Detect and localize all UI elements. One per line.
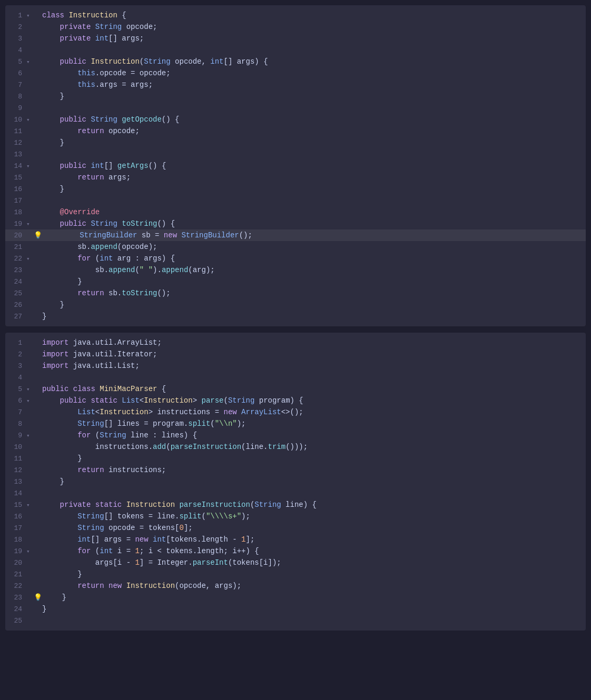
code-segment: split bbox=[179, 512, 201, 521]
code-segment: { bbox=[117, 11, 126, 19]
line-number: 6 bbox=[9, 397, 22, 405]
code-line: 23 💡 } bbox=[5, 592, 586, 603]
code-segment: int bbox=[100, 254, 113, 263]
code-segment: new bbox=[164, 231, 182, 239]
code-content: StringBuilder sb = new StringBuilder(); bbox=[44, 231, 252, 239]
code-segment: opcode; bbox=[109, 127, 140, 135]
code-segment: return bbox=[77, 173, 109, 182]
line-number: 23 bbox=[9, 594, 22, 602]
code-segment: i = bbox=[113, 547, 135, 555]
code-content: class Instruction { bbox=[42, 11, 126, 19]
code-segment: return new bbox=[77, 582, 126, 590]
fold-arrow[interactable]: ▾ bbox=[26, 548, 33, 555]
code-line: 16 } bbox=[5, 183, 586, 195]
code-line: 25 return sb.toString(); bbox=[5, 287, 586, 299]
line-number: 18 bbox=[9, 536, 22, 544]
code-segment: ; i < tokens.length; i++) { bbox=[140, 547, 259, 555]
fold-arrow[interactable]: ▾ bbox=[26, 116, 33, 123]
code-segment: .args = args; bbox=[95, 81, 153, 89]
code-segment: append bbox=[91, 243, 117, 251]
code-segment: getOpcode bbox=[122, 115, 162, 124]
code-content: private String opcode; bbox=[42, 23, 157, 31]
code-segment: String bbox=[254, 501, 281, 509]
bulb-icon[interactable]: 💡 bbox=[34, 593, 42, 602]
code-segment: StringBuilder bbox=[181, 231, 239, 239]
code-segment: instructions. bbox=[42, 443, 153, 451]
fold-arrow[interactable]: ▾ bbox=[26, 221, 33, 227]
code-content: return opcode; bbox=[42, 127, 140, 135]
line-number: 26 bbox=[9, 301, 22, 309]
code-segment: ())); bbox=[285, 443, 308, 451]
code-line: 12 } bbox=[5, 137, 586, 148]
code-content: List<Instruction> instructions = new Arr… bbox=[42, 408, 303, 416]
line-number: 19 bbox=[9, 220, 22, 228]
fold-arrow[interactable]: ▾ bbox=[26, 502, 33, 508]
line-number: 19 bbox=[9, 547, 22, 555]
line-number: 12 bbox=[9, 466, 22, 474]
code-segment: ] = Integer. bbox=[140, 558, 193, 567]
code-segment bbox=[42, 115, 60, 124]
fold-arrow[interactable]: ▾ bbox=[26, 255, 33, 262]
code-segment: line) { bbox=[281, 501, 317, 509]
code-segment: (opcode); bbox=[117, 243, 157, 251]
code-line: 18 int[] args = new int[tokens.length - … bbox=[5, 534, 586, 545]
code-segment bbox=[42, 431, 77, 439]
code-segment: parse bbox=[201, 396, 223, 405]
code-segment bbox=[42, 582, 77, 590]
code-line: 21 sb.append(opcode); bbox=[5, 241, 586, 253]
line-number: 21 bbox=[9, 571, 22, 578]
code-segment: @Override bbox=[60, 208, 100, 216]
code-segment: for bbox=[77, 547, 95, 555]
code-segment: } bbox=[44, 593, 66, 602]
code-segment: ( bbox=[95, 547, 100, 555]
code-segment bbox=[42, 57, 60, 66]
code-content: } bbox=[42, 185, 64, 193]
code-segment: ( bbox=[166, 443, 170, 451]
code-segment: ( bbox=[210, 419, 214, 428]
code-line: 19▾ for (int i = 1; i < tokens.length; i… bbox=[5, 545, 586, 557]
code-content: } bbox=[44, 593, 66, 602]
fold-arrow[interactable]: ▾ bbox=[26, 397, 33, 404]
code-segment: private static bbox=[60, 501, 126, 509]
line-number: 15 bbox=[9, 501, 22, 509]
code-segment: class bbox=[42, 11, 68, 19]
line-number: 15 bbox=[9, 174, 22, 182]
code-content: return sb.toString(); bbox=[42, 289, 171, 297]
code-segment: java.util.ArrayList; bbox=[73, 338, 162, 347]
code-segment: } bbox=[42, 477, 64, 486]
line-number: 20 bbox=[9, 232, 22, 239]
fold-arrow[interactable]: ▾ bbox=[26, 432, 33, 439]
code-line: 4 bbox=[5, 372, 586, 383]
code-segment: String bbox=[91, 219, 122, 228]
code-segment: ); bbox=[237, 419, 246, 428]
code-segment bbox=[42, 127, 77, 135]
code-line: 6▾ public static List<Instruction> parse… bbox=[5, 395, 586, 406]
code-segment: .opcode = opcode; bbox=[95, 69, 171, 77]
code-content: public String getOpcode() { bbox=[42, 115, 179, 124]
code-segment: int bbox=[100, 547, 113, 555]
fold-arrow[interactable]: ▾ bbox=[26, 58, 33, 65]
code-segment bbox=[42, 466, 77, 474]
bulb-icon[interactable]: 💡 bbox=[34, 231, 42, 239]
code-segment: args[i - bbox=[42, 558, 135, 567]
code-line: 1▾class Instruction { bbox=[5, 9, 586, 21]
code-segment: append bbox=[162, 266, 188, 274]
code-segment: ]; bbox=[246, 535, 255, 544]
code-segment: () { bbox=[162, 115, 180, 124]
code-content: String opcode = tokens[0]; bbox=[42, 524, 193, 532]
code-line: 16 String[] tokens = line.split("\\\\s+"… bbox=[5, 511, 586, 522]
code-segment: String bbox=[77, 524, 104, 532]
code-segment: parseInstruction bbox=[179, 501, 250, 509]
code-content: } bbox=[42, 312, 46, 321]
code-segment: Instruction bbox=[91, 57, 139, 66]
fold-arrow[interactable]: ▾ bbox=[26, 12, 33, 19]
code-line: 17 String opcode = tokens[0]; bbox=[5, 522, 586, 534]
code-segment: return bbox=[77, 289, 109, 297]
line-number: 1 bbox=[9, 339, 22, 347]
fold-arrow[interactable]: ▾ bbox=[26, 386, 33, 393]
code-segment: String bbox=[100, 431, 126, 439]
fold-arrow[interactable]: ▾ bbox=[26, 163, 33, 169]
code-segment bbox=[42, 524, 77, 532]
code-line: 25 bbox=[5, 615, 586, 626]
code-content: public class MiniMacParser { bbox=[42, 385, 166, 393]
